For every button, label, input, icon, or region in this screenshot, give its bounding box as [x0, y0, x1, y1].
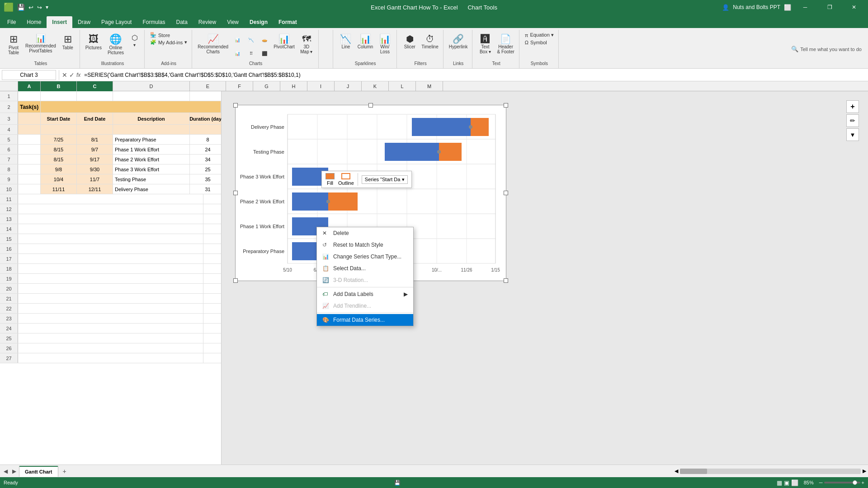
area-chart-button[interactable]: 📊 [231, 47, 244, 60]
col-header-i[interactable]: I [307, 81, 335, 91]
pivottable-button[interactable]: ⊞ PivotTable [5, 32, 23, 59]
scroll-bar-right[interactable]: ▶ [863, 468, 866, 474]
ctx-change-type[interactable]: 📊 Change Series Chart Type... [317, 251, 413, 263]
pie-chart-button[interactable]: 🥧 [258, 33, 271, 46]
tab-view[interactable]: View [222, 16, 244, 28]
scroll-bar-thumb[interactable] [680, 469, 707, 474]
pivotchart-icon: 📊 [278, 34, 290, 43]
tab-data[interactable]: Data [170, 16, 193, 28]
trendline-icon: 📈 [322, 303, 330, 309]
svg-rect-29 [412, 118, 471, 136]
scroll-bar-track[interactable] [680, 469, 861, 474]
col-header-j[interactable]: J [335, 81, 362, 91]
undo-icon[interactable]: ↩ [28, 4, 33, 11]
insert-function-icon[interactable]: fx [76, 72, 80, 78]
ctx-reset[interactable]: ↺ Reset to Match Style [317, 239, 413, 251]
tab-insert[interactable]: Insert [47, 16, 72, 28]
pictures-button[interactable]: 🖼 Pictures [84, 32, 104, 59]
pivotchart-button[interactable]: 📊 PivotChart [272, 32, 297, 59]
ctx-select-data[interactable]: 📋 Select Data... [317, 263, 413, 274]
formula-input[interactable]: =SERIES('Gantt Chart'!$B$3:$B$4,'Gantt C… [82, 70, 866, 80]
tab-pagelayout[interactable]: Page Layout [96, 16, 137, 28]
line-chart-button[interactable]: 📉 [245, 33, 257, 46]
ctx-delete[interactable]: ✕ Delete [317, 227, 413, 239]
scroll-left-icon[interactable]: ◀ [2, 468, 9, 474]
col-header-f[interactable]: F [226, 81, 253, 91]
normal-view-icon[interactable]: ▦ [777, 479, 782, 486]
add-sheet-button[interactable]: + [59, 466, 70, 477]
chart-style-button[interactable]: ✏ [846, 114, 859, 127]
col-header-c[interactable]: C [77, 81, 113, 91]
zoom-track[interactable] [824, 482, 860, 483]
col-header-b[interactable]: B [41, 81, 77, 91]
ctx-add-labels[interactable]: 🏷 Add Data Labels ▶ [317, 288, 413, 300]
ctx-format-series[interactable]: 🎨 Format Data Series... [317, 314, 413, 326]
series-dropdown[interactable]: Series "Start Da ▾ [362, 175, 408, 184]
redo-icon[interactable]: ↪ [37, 4, 42, 11]
close-button[interactable]: ✕ [844, 0, 864, 14]
scroll-bar-left[interactable]: ◀ [675, 468, 678, 474]
hyperlink-button[interactable]: 🔗 Hyperlink [447, 32, 470, 59]
col-header-k[interactable]: K [362, 81, 389, 91]
bar-chart-button[interactable]: 📊 [231, 33, 244, 46]
col-header-m[interactable]: M [416, 81, 443, 91]
confirm-formula-icon[interactable]: ✓ [69, 71, 75, 79]
zoom-plus[interactable]: + [862, 480, 864, 485]
table-button[interactable]: ⊞ Table [59, 32, 77, 59]
sheet-tab-gantt[interactable]: Gantt Chart [19, 466, 58, 477]
page-layout-view-icon[interactable]: ▣ [784, 479, 789, 486]
equation-button[interactable]: π Equation ▾ [523, 32, 556, 38]
slicer-button[interactable]: ⬢ Slicer [401, 32, 419, 59]
col-header-g[interactable]: G [253, 81, 280, 91]
shapes-button[interactable]: ⬡ ▾ [128, 32, 142, 59]
chart-add-element-button[interactable]: + [846, 100, 859, 113]
cancel-formula-icon[interactable]: ✕ [62, 71, 67, 79]
zoom-minus[interactable]: ─ [819, 480, 823, 485]
tab-formulas[interactable]: Formulas [137, 16, 170, 28]
name-box[interactable]: Chart 3 [2, 70, 56, 80]
col-header-e[interactable]: E [190, 81, 226, 91]
3dmap-button[interactable]: 🗺 3DMap ▾ [297, 32, 316, 59]
chart-filter-button[interactable]: ▼ [846, 128, 859, 141]
text-group-label: Text [476, 60, 516, 68]
tab-draw[interactable]: Draw [72, 16, 96, 28]
customize-icon[interactable]: ▾ [46, 4, 48, 10]
symbol-button[interactable]: Ω Symbol [523, 39, 549, 46]
tab-file[interactable]: File [2, 16, 21, 28]
more-charts-button[interactable]: ⬛ [258, 47, 271, 60]
col-header-d[interactable]: D [113, 81, 190, 91]
scatter-chart-button[interactable]: ⠿ [245, 47, 257, 60]
col-header-a[interactable]: A [18, 81, 41, 91]
zoom-thumb[interactable] [853, 480, 857, 485]
winloss-sparkline-button[interactable]: 📊 Win/Loss [376, 32, 394, 59]
layout-icon[interactable]: ⬜ [784, 4, 791, 11]
save-icon[interactable]: 💾 [17, 4, 25, 11]
col-header-l[interactable]: L [389, 81, 416, 91]
page-break-view-icon[interactable]: ⬜ [791, 479, 798, 486]
online-pictures-button[interactable]: 🌐 OnlinePictures [104, 32, 127, 59]
tab-design[interactable]: Design [244, 16, 273, 28]
tab-review[interactable]: Review [193, 16, 222, 28]
svg-rect-33 [439, 143, 462, 161]
tab-format[interactable]: Format [273, 16, 302, 28]
textbox-button[interactable]: 🅰 TextBox ▾ [476, 32, 494, 59]
maximize-button[interactable]: ❐ [819, 0, 840, 14]
tell-me-text[interactable]: Tell me what you want to do [800, 47, 862, 52]
recommended-charts-button[interactable]: 📈 RecommendedCharts [196, 32, 230, 59]
store-button[interactable]: 🏪 Store [148, 32, 172, 38]
equation-icon: π [525, 33, 528, 38]
col-header-h[interactable]: H [280, 81, 307, 91]
minimize-button[interactable]: ─ [795, 0, 816, 14]
header-footer-button[interactable]: 📄 Header& Footer [495, 32, 516, 59]
3dmap-icon: 🗺 [302, 34, 311, 43]
tab-home[interactable]: Home [21, 16, 47, 28]
timeline-button[interactable]: ⏱ Timeline [420, 32, 440, 59]
column-sparkline-button[interactable]: 📊 Column [356, 32, 375, 59]
reset-icon: ↺ [322, 242, 330, 248]
outline-swatch: Outline [338, 173, 354, 186]
recommended-pivottables-button[interactable]: 📊 RecommendedPivotTables [24, 32, 58, 59]
my-addins-button[interactable]: 🧩 My Add-ins ▾ [148, 39, 189, 46]
scroll-right-icon[interactable]: ▶ [10, 468, 18, 474]
zoom-slider[interactable]: ─ + [819, 480, 864, 485]
line-sparkline-button[interactable]: 📉 Line [337, 32, 355, 59]
